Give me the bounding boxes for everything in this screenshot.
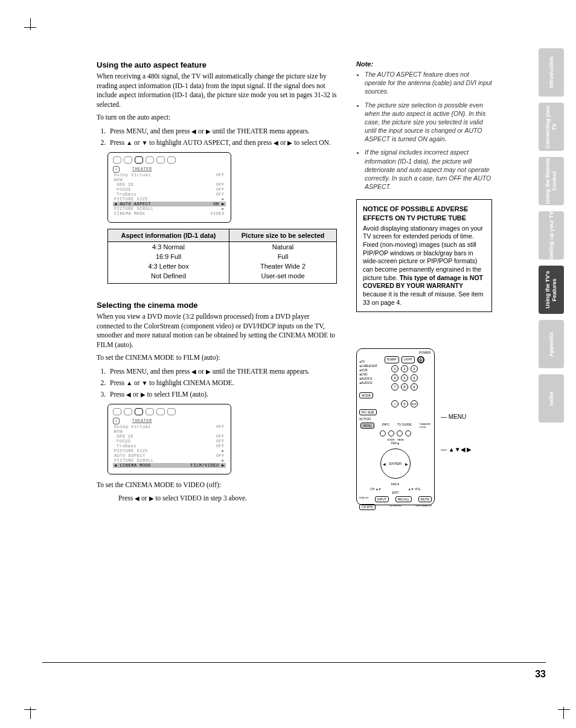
table-row: 4:3 NormalNatural — [108, 242, 337, 252]
tab-remote[interactable]: Using the Remote Control — [539, 157, 564, 205]
arrows-callout: — ▲▼◀ ▶ — [441, 446, 472, 453]
left-arrow-icon: ◀ — [274, 139, 278, 146]
osd-row: TruBassOFF — [113, 444, 226, 449]
section1-step1: Press MENU, and then press ◀ or ▶ until … — [107, 126, 338, 136]
section1-p1: When receiving a 480i signal, the TV wil… — [97, 72, 338, 109]
osd-tab-icon — [156, 156, 165, 164]
right-arrow-icon: ▶ — [206, 368, 211, 375]
note-item: The picture size selection is possible e… — [365, 101, 492, 144]
osd-row: TruBassOFF — [113, 192, 226, 197]
picsize-button: PIC SIZE — [359, 409, 377, 415]
section2-heading: Selecting the cinema mode — [97, 301, 338, 310]
left-arrow-icon: ◀ — [126, 391, 131, 398]
section-tabs: Introduction Connecting your TV Using th… — [539, 48, 564, 423]
ent-button: ENT — [411, 400, 418, 407]
section1-p2: To turn on the auto aspect: — [97, 113, 338, 123]
osd-tab-icon — [124, 408, 132, 415]
tab-index[interactable]: Index — [539, 374, 564, 423]
note-list: The AUTO ASPECT feature does not operate… — [365, 70, 492, 191]
num-4: 4 — [391, 374, 398, 382]
mute-button: MUTE — [418, 496, 432, 502]
section1-step2: Press ▲ or ▼ to highlight AUTO ASPECT, a… — [107, 138, 338, 147]
menu-callout: — MENU — [441, 413, 466, 420]
action-btn — [397, 430, 403, 436]
aspect-th2: Picture size to be selected — [229, 229, 337, 242]
mode-button: MODE — [359, 392, 373, 398]
osd-row: AUTO ASPECTOFF — [113, 453, 226, 458]
osd-row: SRS 3DOFF — [113, 434, 226, 439]
num-0: 0 — [401, 400, 408, 407]
aspect-table: Aspect information (ID-1 data) Picture s… — [107, 229, 337, 284]
info-label: INFO — [382, 423, 389, 429]
theater-mask-icon: ✦ — [113, 166, 120, 173]
left-arrow-icon: ◀ — [135, 495, 139, 502]
osd-row: Dolby VirtualOFF — [113, 173, 226, 177]
table-row: 4:3 Letter boxTheater Wide 2 — [108, 261, 337, 271]
recall-button: RECALL — [395, 496, 412, 502]
notice-title: NOTICE OF POSSIBLE ADVERSE EFFECTS ON TV… — [363, 205, 485, 222]
section2-p3: To set the CINEMA MODE to VIDEO (off): — [97, 481, 338, 490]
osd-tab-icon — [156, 408, 165, 415]
num-7: 7 — [391, 383, 398, 391]
section2-p1: When you view a DVD movie (3:2 pulldown … — [97, 312, 338, 350]
osd-tab-icon — [167, 408, 176, 415]
action-btn — [405, 430, 411, 436]
section1-heading: Using the auto aspect feature — [97, 60, 338, 69]
num-3: 3 — [411, 365, 418, 372]
subch-label: SUB CH — [359, 496, 368, 502]
section1-steps: Press MENU, and then press ◀ or ▶ until … — [107, 126, 338, 147]
tvguide-label: TV GUIDE — [397, 423, 412, 429]
num-6: 6 — [411, 374, 418, 382]
dpad: ◀ ENTER ▶ — [380, 449, 411, 479]
section2-step3: Press ◀ or ▶ to select FILM (auto). — [107, 389, 338, 399]
right-arrow-icon: ▶ — [206, 128, 211, 135]
right-arrow-icon: ▶ — [149, 495, 154, 502]
action-label: ACTION — [359, 417, 371, 421]
menu-button: MENU — [360, 423, 374, 429]
tab-features[interactable]: Using the TV's Features — [539, 266, 564, 314]
osd-row: WOW — [113, 177, 226, 182]
action-btn — [388, 430, 394, 436]
down-arrow-icon: ▼ — [141, 380, 147, 386]
table-row: Not DefinedUser-set mode — [108, 271, 337, 284]
up-arrow-icon: ▲ — [126, 139, 132, 146]
osd-row: WOW — [113, 429, 226, 434]
dpad-right-icon: ▶ — [405, 462, 408, 466]
osd-row: PICTURE SIZE▶ — [113, 197, 226, 202]
osd-theater-auto-aspect: ✦ THEATER Dolby VirtualOFFWOWSRS 3DOFFFO… — [107, 152, 231, 223]
fav-up-label: FAV▲ — [357, 441, 434, 445]
theater-mask-icon: ✦ — [113, 418, 120, 424]
osd-row: FOCUSOFF — [113, 439, 226, 444]
osd-row: ◀ AUTO ASPECTON ▶ — [113, 202, 226, 206]
num-5: 5 — [401, 374, 408, 382]
tab-setup[interactable]: Setting up your TV — [539, 211, 564, 260]
osd-tab-icon — [113, 156, 121, 164]
notice-body: Avoid displaying stationary images on yo… — [363, 225, 483, 281]
footer-rule — [42, 662, 546, 663]
osd-tab-icon — [124, 156, 132, 164]
subch-button: -/-- — [391, 400, 398, 407]
input-button: INPUT — [375, 496, 389, 502]
osd-tab-icon — [146, 408, 154, 415]
osd-tab-icon — [167, 156, 176, 164]
section2-p4: Press ◀ or ▶ to select VIDEO in step 3 a… — [118, 494, 338, 503]
enter-label: ENTER — [389, 462, 402, 465]
tab-connecting[interactable]: Connecting your TV — [539, 103, 564, 151]
skip-label: SKIP/SEARCH — [415, 504, 432, 510]
note-item: The AUTO ASPECT feature does not operate… — [365, 70, 492, 96]
num-9: 9 — [411, 383, 418, 391]
tab-appendix[interactable]: Appendix — [539, 320, 564, 368]
slow-label: SLOW/DIR — [389, 504, 402, 510]
osd-row: PICTURE SCROLL▶ — [113, 458, 226, 463]
osd-row: Dolby VirtualOFF — [113, 424, 226, 429]
page-number: 33 — [535, 669, 546, 680]
osd-row: SRS 3DOFF — [113, 182, 226, 187]
ch-label: CH ▲▼ — [370, 487, 382, 491]
warranty-notice: NOTICE OF POSSIBLE ADVERSE EFFECTS ON TV… — [356, 199, 492, 312]
tab-introduction[interactable]: Introduction — [539, 48, 564, 97]
num-8: 8 — [401, 383, 408, 391]
action-btn — [380, 430, 386, 436]
osd-row: PICTURE SCROLL▶ — [113, 206, 226, 211]
num-1: 1 — [391, 365, 398, 372]
osd-title: THEATER — [132, 167, 152, 171]
